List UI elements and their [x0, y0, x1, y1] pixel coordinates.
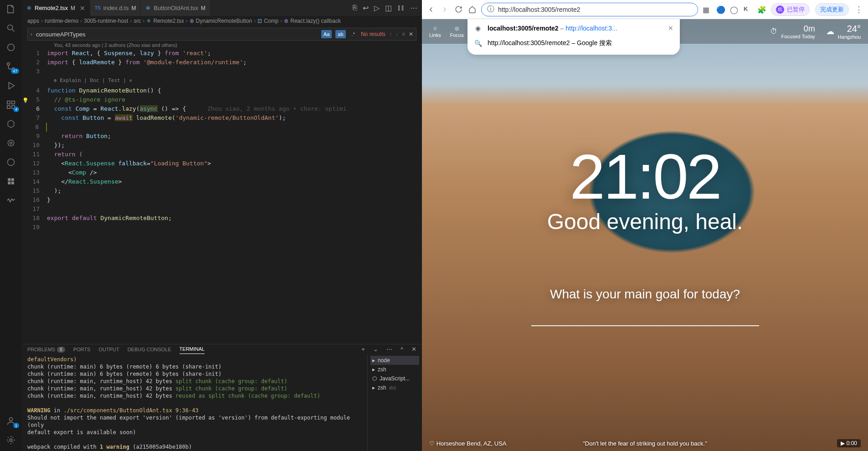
- ai-icon[interactable]: [5, 42, 16, 53]
- split-icon[interactable]: ⫿⫿: [397, 4, 405, 12]
- chevron-down-icon[interactable]: ⌄: [373, 346, 378, 353]
- explorer-icon[interactable]: [5, 4, 16, 15]
- browser-window: ⓘ ◉ localhost:3005/remote2 – http://loca…: [422, 0, 868, 451]
- find-input[interactable]: [36, 31, 318, 38]
- account-icon[interactable]: 1: [5, 415, 16, 426]
- new-terminal-icon[interactable]: +: [361, 346, 365, 353]
- more-icon[interactable]: ⋯: [386, 346, 392, 353]
- tab-indexdts[interactable]: TSindex.d.tsM: [90, 0, 141, 16]
- close-find-icon[interactable]: ✕: [409, 31, 413, 37]
- home-icon[interactable]: [467, 5, 477, 14]
- terminal-output[interactable]: defaultVendors) chunk (runtime: main) 6 …: [22, 354, 367, 451]
- url-input[interactable]: [498, 6, 692, 13]
- git-compare-icon[interactable]: ⎘: [353, 4, 357, 12]
- ext-icon[interactable]: 4: [5, 99, 16, 110]
- browser-viewport: ☆Links ◎Focus ⏱ 0mFocused Today ☁ 24°Han…: [422, 19, 868, 451]
- forward-icon[interactable]: [440, 5, 449, 14]
- svg-rect-11: [8, 178, 10, 181]
- editor-area: ⚛Remote2.tsxM✕ TSindex.d.tsM ⚛ButtonOldA…: [22, 0, 422, 451]
- pkg-icon[interactable]: [5, 157, 16, 168]
- scm-icon[interactable]: 47: [5, 61, 16, 72]
- browser-toolbar: ⓘ ◉ localhost:3005/remote2 – http://loca…: [422, 0, 868, 19]
- svg-point-8: [8, 140, 14, 146]
- tab-ports[interactable]: PORTS: [73, 345, 91, 354]
- svg-point-1: [8, 44, 15, 51]
- minimap[interactable]: [395, 49, 422, 344]
- extension-icon[interactable]: ▦: [703, 5, 711, 14]
- suggestion-item[interactable]: ◉ localhost:3005/remote2 – http://localh…: [467, 21, 680, 36]
- code-editor[interactable]: 1import React, { Suspense, lazy } from '…: [22, 49, 422, 344]
- go-back-icon[interactable]: ↩: [363, 4, 369, 12]
- suggestion-item[interactable]: 🔍 http://localhost:3005/remote2 – Google…: [467, 36, 680, 51]
- terminal-item-zsh[interactable]: ▸zsh: [370, 365, 419, 374]
- site-info-icon[interactable]: ⓘ: [487, 5, 494, 14]
- prev-match-icon[interactable]: ↑: [389, 31, 392, 37]
- close-icon[interactable]: ✕: [80, 5, 85, 12]
- focus-button[interactable]: ◎Focus: [450, 26, 464, 38]
- svg-rect-6: [7, 106, 10, 108]
- vscode-body: 47 4 1 ⚛Remote2.tsxM✕ TSindex.d.tsM ⚛But…: [0, 0, 422, 451]
- next-match-icon[interactable]: ↓: [395, 31, 398, 37]
- extension-icon[interactable]: 🔵: [716, 5, 724, 14]
- svg-point-10: [8, 159, 15, 166]
- bottom-panel: PROBLEMS8 PORTS OUTPUT DEBUG CONSOLE TER…: [22, 344, 422, 451]
- omnibox[interactable]: ⓘ: [481, 3, 698, 16]
- filter-icon[interactable]: ≡: [402, 31, 405, 37]
- tab-debug[interactable]: DEBUG CONSOLE: [128, 345, 171, 354]
- terminal-item-node[interactable]: ▸node: [370, 356, 419, 365]
- remove-suggestion-icon[interactable]: ✕: [668, 25, 673, 32]
- find-results: No results: [361, 31, 385, 37]
- whole-word-button[interactable]: ab: [335, 30, 345, 38]
- goal-input[interactable]: [531, 311, 759, 326]
- weather-widget[interactable]: ☁ 24°Hangzhou: [826, 24, 861, 40]
- breadcrumb[interactable]: apps› runtime-demo› 3005-runtime-host› s…: [22, 16, 422, 26]
- gitlens-codelens[interactable]: You, 43 seconds ago | 2 authors (Zhou xi…: [22, 42, 422, 49]
- profile-pill[interactable]: 杭已暂停: [771, 3, 810, 16]
- debug-icon[interactable]: [5, 80, 16, 91]
- hex-icon[interactable]: [5, 118, 16, 129]
- update-pill[interactable]: 完成更新: [815, 3, 849, 16]
- terminal-item-zsh2[interactable]: ▸zshdist: [370, 383, 419, 392]
- background-image: [422, 19, 868, 451]
- maximize-panel-icon[interactable]: ^: [401, 346, 403, 353]
- globe-icon: ◉: [474, 25, 482, 32]
- tab-terminal[interactable]: TERMINAL: [180, 344, 205, 354]
- timer-badge[interactable]: ▶ 0:00: [837, 439, 861, 447]
- wave-icon[interactable]: [5, 195, 16, 206]
- menu-icon[interactable]: ⋮: [854, 5, 863, 14]
- circle-icon[interactable]: [5, 138, 16, 149]
- svg-rect-5: [12, 101, 15, 104]
- svg-rect-14: [11, 182, 14, 184]
- tab-output[interactable]: OUTPUT: [98, 345, 119, 354]
- tab-buttonoldant[interactable]: ⚛ButtonOldAnt.tsxM: [141, 0, 211, 16]
- grid-icon[interactable]: [5, 176, 16, 187]
- terminal-list: ▸node ▸zsh ⬡JavaScript... ▸zshdist: [367, 354, 422, 451]
- links-button[interactable]: ☆Links: [429, 26, 441, 38]
- play-circle-icon[interactable]: ▷: [374, 4, 380, 12]
- greeting: Good evening, heal.: [422, 209, 868, 234]
- search-icon[interactable]: [5, 23, 16, 34]
- svg-point-9: [10, 142, 12, 144]
- tab-remote2[interactable]: ⚛Remote2.tsxM✕: [22, 0, 90, 16]
- extension-icon[interactable]: ◯: [730, 5, 738, 14]
- close-panel-icon[interactable]: ✕: [411, 346, 416, 353]
- photo-location[interactable]: ♡ Horseshoe Bend, AZ, USA: [429, 440, 507, 447]
- focus-widget[interactable]: ⏱ 0mFocused Today: [770, 24, 815, 39]
- extension-icon[interactable]: K: [744, 5, 752, 14]
- svg-point-15: [9, 418, 12, 421]
- daily-quote[interactable]: "Don't let the fear of striking out hold…: [583, 440, 707, 447]
- tab-problems[interactable]: PROBLEMS8: [27, 345, 65, 354]
- match-case-button[interactable]: Aa: [321, 30, 332, 38]
- back-icon[interactable]: [426, 5, 436, 14]
- ai-codelens[interactable]: Explain | Doc | Test | ✕: [60, 77, 132, 83]
- terminal-item-js[interactable]: ⬡JavaScript...: [370, 374, 419, 383]
- extensions-menu-icon[interactable]: 🧩: [757, 5, 765, 14]
- gear-icon[interactable]: [5, 435, 16, 446]
- svg-rect-12: [11, 178, 14, 181]
- more-icon[interactable]: ⋯: [410, 4, 417, 12]
- reload-icon[interactable]: [454, 5, 463, 14]
- svg-point-16: [10, 439, 12, 441]
- regex-button[interactable]: .*: [349, 30, 357, 38]
- svg-rect-4: [7, 101, 10, 104]
- layout-icon[interactable]: ◫: [385, 4, 392, 12]
